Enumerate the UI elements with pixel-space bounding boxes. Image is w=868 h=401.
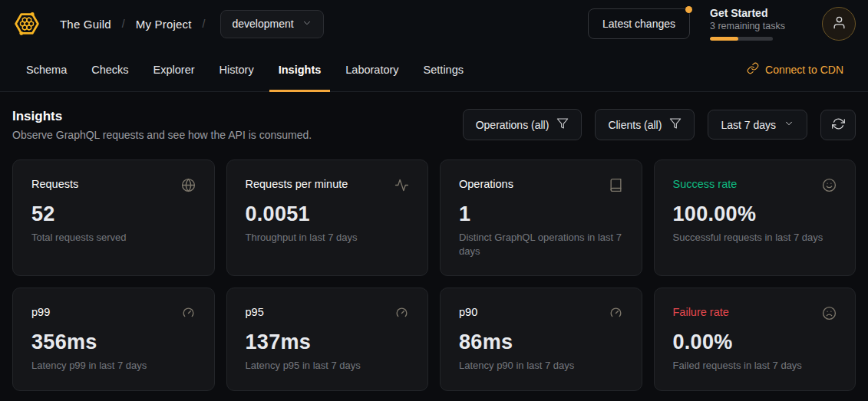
card-description: Throughput in last 7 days [246,231,410,245]
breadcrumb-project[interactable]: My Project [136,18,192,31]
card-value: 1 [459,202,623,226]
stat-cards-grid: Requests 52 Total requests served Reques… [12,159,856,391]
environment-select-value: development [232,18,293,30]
connect-to-cdn-link[interactable]: Connect to CDN [747,48,854,91]
get-started-progress [710,37,773,41]
card-value: 356ms [31,330,196,354]
card-title: Requests [31,178,78,190]
connect-to-cdn-label: Connect to CDN [765,64,843,76]
filters: Operations (all) Clients (all) Last 7 da… [463,109,856,140]
stat-card-requests-per-minute: Requests per minute 0.0051 Throughput in… [226,159,429,276]
card-title: p99 [31,306,50,318]
card-title: p95 [246,306,264,318]
chevron-down-icon [784,118,794,131]
filter-icon [556,117,569,132]
latest-changes-label: Latest changes [602,18,675,30]
frown-icon [822,306,837,324]
get-started-title: Get Started [710,7,802,19]
operations-filter-button[interactable]: Operations (all) [463,109,583,140]
tab-schema[interactable]: Schema [14,48,79,91]
get-started-progress-fill [710,37,738,41]
card-title: Requests per minute [246,178,348,190]
breadcrumb: The Guild / My Project / development [12,9,324,38]
tab-checks[interactable]: Checks [79,48,140,91]
guild-hive-logo-icon[interactable] [12,9,41,38]
user-icon [832,15,847,33]
tab-insights[interactable]: Insights [266,48,334,91]
card-description: Latency p99 in last 7 days [31,359,196,373]
stat-card-requests: Requests 52 Total requests served [12,159,215,276]
card-description: Latency p95 in last 7 days [246,359,410,373]
card-description: Latency p90 in last 7 days [459,359,623,373]
chevron-down-icon [302,18,312,31]
page-header: Insights Observe GraphQL requests and se… [12,109,856,141]
card-description: Distinct GraphQL operations in last 7 da… [459,231,623,258]
tab-laboratory[interactable]: Laboratory [333,48,411,91]
period-select-value: Last 7 days [721,119,776,131]
refresh-button[interactable] [820,110,856,140]
stat-card-failure-rate: Failure rate 0.00% Failed requests in la… [654,288,856,391]
smile-icon [822,178,837,196]
card-value: 86ms [459,330,623,354]
tab-settings[interactable]: Settings [411,48,476,91]
page-subtitle: Observe GraphQL requests and see how the… [12,129,312,141]
period-select[interactable]: Last 7 days [708,110,807,140]
page-title: Insights [12,109,312,124]
card-description: Failed requests in last 7 days [673,359,837,373]
clients-filter-button[interactable]: Clients (all) [595,109,695,140]
get-started-subtitle: 3 remaining tasks [710,21,802,31]
gauge-icon [609,306,623,324]
gauge-icon [181,306,196,324]
filter-icon [669,117,682,132]
card-title: Operations [459,178,513,190]
gauge-icon [394,306,409,324]
card-description: Total requests served [31,231,196,245]
tab-history[interactable]: History [207,48,266,91]
tab-explorer[interactable]: Explorer [141,48,207,91]
card-value: 137ms [246,330,410,354]
card-title: Failure rate [673,306,729,318]
target-nav: Schema Checks Explorer History Insights … [0,48,868,92]
top-bar: The Guild / My Project / development Lat… [0,0,868,48]
card-value: 0.0051 [246,202,410,226]
environment-select[interactable]: development [220,10,323,38]
notification-dot [685,6,692,13]
get-started-widget[interactable]: Get Started 3 remaining tasks [710,7,802,41]
top-bar-right: Latest changes Get Started 3 remaining t… [588,7,856,41]
avatar[interactable] [822,7,856,41]
page-header-text: Insights Observe GraphQL requests and se… [12,109,312,141]
breadcrumb-org[interactable]: The Guild [60,18,111,31]
breadcrumb-separator: / [122,18,125,30]
stat-card-p95: p95 137ms Latency p95 in last 7 days [226,288,429,391]
card-description: Successful requests in last 7 days [673,231,837,245]
card-value: 100.00% [673,202,837,226]
tab-list: Schema Checks Explorer History Insights … [14,48,476,91]
stat-card-p99: p99 356ms Latency p99 in last 7 days [12,288,215,391]
stat-card-operations: Operations 1 Distinct GraphQL operations… [440,159,642,276]
book-icon [609,178,623,196]
clients-filter-label: Clients (all) [608,119,662,131]
card-title: p90 [459,306,477,318]
card-title: Success rate [673,178,738,190]
refresh-icon [832,117,845,133]
card-value: 52 [31,202,196,226]
stat-card-p90: p90 86ms Latency p90 in last 7 days [440,288,642,391]
card-value: 0.00% [673,330,837,354]
breadcrumb-separator: / [203,18,206,30]
activity-icon [394,178,409,196]
operations-filter-label: Operations (all) [476,119,550,131]
stat-card-success-rate: Success rate 100.00% Successful requests… [654,159,856,276]
link-icon [747,62,759,77]
latest-changes-button[interactable]: Latest changes [588,8,690,39]
insights-page: Insights Observe GraphQL requests and se… [0,92,868,391]
globe-icon [181,178,196,196]
